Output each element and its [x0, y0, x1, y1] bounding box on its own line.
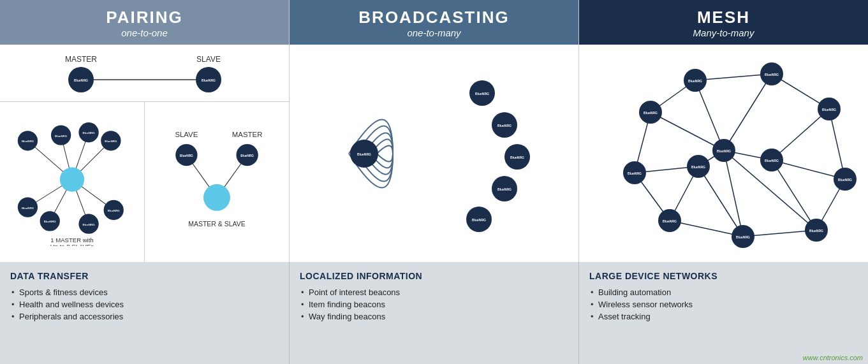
data-transfer-title: DATA TRANSFER — [10, 271, 279, 281]
broadcasting-title: BROADCASTING — [295, 8, 573, 27]
svg-point-42 — [203, 184, 230, 210]
svg-text:BlueNRG: BlueNRG — [22, 140, 34, 143]
localized-info-panel: LOCALIZED INFORMATION Point of interest … — [290, 262, 579, 364]
list-item: Item finding beacons — [300, 298, 568, 310]
svg-text:SLAVE: SLAVE — [196, 55, 221, 64]
mesh-diagram-area: BlueNRG BlueNRG BlueNRG BlueNRG BlueNRG … — [579, 45, 868, 262]
pairing-header: PAIRING one-to-one — [0, 0, 289, 45]
svg-text:BlueNRG: BlueNRG — [497, 187, 511, 191]
mesh-svg: BlueNRG BlueNRG BlueNRG BlueNRG BlueNRG … — [587, 55, 861, 252]
svg-text:BlueNRG: BlueNRG — [688, 79, 702, 83]
data-transfer-list: Sports & fitness devices Health and well… — [10, 286, 279, 323]
top-row: PAIRING one-to-one BlueNRG — [0, 0, 868, 262]
svg-text:BlueNRG: BlueNRG — [105, 140, 117, 143]
svg-text:BlueNRG: BlueNRG — [240, 154, 254, 157]
svg-text:BlueNRG: BlueNRG — [822, 108, 836, 112]
list-item: Point of interest beacons — [300, 286, 568, 298]
pairing-ms-svg: SLAVE BlueNRG MASTER BlueNRG MASTER & SL… — [166, 119, 268, 246]
svg-text:BlueNRG: BlueNRG — [736, 235, 750, 239]
svg-text:BlueNRG: BlueNRG — [838, 178, 852, 182]
svg-text:MASTER: MASTER — [64, 55, 96, 64]
list-item: Wireless sensor networks — [589, 298, 858, 310]
pairing-bottom-section: BlueNRG BlueNRG BlueNRG BlueNRG BlueNRG — [0, 102, 289, 262]
mesh-subtitle: Many-to-many — [584, 27, 863, 38]
svg-line-70 — [724, 150, 743, 237]
svg-line-73 — [651, 112, 724, 150]
list-item: Asset tracking — [589, 310, 858, 323]
localized-info-title: LOCALIZED INFORMATION — [300, 271, 568, 281]
svg-text:BlueNRG: BlueNRG — [765, 73, 779, 76]
svg-text:Up to 8 SLAVEs: Up to 8 SLAVEs — [50, 243, 94, 246]
svg-text:BlueNRG: BlueNRG — [809, 229, 823, 233]
svg-text:BlueNRG: BlueNRG — [108, 209, 121, 212]
svg-text:BlueNRG: BlueNRG — [202, 78, 216, 82]
svg-text:BlueNRG: BlueNRG — [663, 219, 677, 223]
svg-text:BlueNRG: BlueNRG — [475, 92, 489, 96]
pairing-diagram-area: BlueNRG BlueNRG MASTER SLAVE — [0, 45, 289, 262]
bottom-row: DATA TRANSFER Sports & fitness devices H… — [0, 262, 868, 364]
pairing-top-section: BlueNRG BlueNRG MASTER SLAVE — [0, 45, 289, 102]
svg-line-77 — [698, 166, 743, 237]
broadcasting-subtitle: one-to-many — [295, 27, 573, 38]
svg-text:BlueNRG: BlueNRG — [44, 220, 57, 223]
svg-text:BlueNRG: BlueNRG — [644, 111, 658, 115]
mesh-panel: MESH Many-to-many — [579, 0, 868, 262]
svg-line-66 — [724, 74, 772, 150]
pairing-title: PAIRING — [5, 8, 284, 27]
list-item: Sports & fitness devices — [10, 286, 279, 298]
svg-text:BlueNRG: BlueNRG — [497, 124, 511, 127]
svg-text:SLAVE: SLAVE — [175, 130, 198, 138]
mesh-header: MESH Many-to-many — [579, 0, 868, 45]
broadcasting-diagram-area: BlueNRG BlueNRG BlueNRG BlueNRG BlueNRG — [290, 45, 578, 262]
svg-text:BlueNRG: BlueNRG — [510, 156, 524, 159]
svg-text:BlueNRG: BlueNRG — [472, 218, 486, 222]
svg-text:BlueNRG: BlueNRG — [691, 165, 705, 169]
broadcasting-svg: BlueNRG BlueNRG BlueNRG BlueNRG BlueNRG — [300, 55, 568, 252]
pairing-star-section: BlueNRG BlueNRG BlueNRG BlueNRG BlueNRG — [0, 102, 145, 262]
pairing-master-slave-section: SLAVE BlueNRG MASTER BlueNRG MASTER & SL… — [145, 102, 289, 262]
svg-point-31 — [60, 167, 84, 191]
data-transfer-panel: DATA TRANSFER Sports & fitness devices H… — [0, 262, 290, 364]
large-device-panel: LARGE DEVICE NETWORKS Building automatio… — [579, 262, 868, 364]
svg-line-56 — [695, 74, 772, 80]
svg-text:BlueNRG: BlueNRG — [765, 159, 779, 163]
large-device-title: LARGE DEVICE NETWORKS — [589, 271, 858, 281]
pairing-top-svg: BlueNRG BlueNRG MASTER SLAVE — [24, 48, 266, 99]
svg-text:BlueNRG: BlueNRG — [717, 149, 731, 153]
mesh-title: MESH — [584, 8, 863, 27]
svg-text:BlueNRG: BlueNRG — [628, 171, 642, 175]
svg-text:BlueNRG: BlueNRG — [22, 206, 34, 209]
svg-text:BlueNRG: BlueNRG — [83, 222, 96, 226]
svg-line-67 — [772, 109, 829, 160]
svg-text:MASTER: MASTER — [232, 130, 263, 138]
broadcasting-header: BROADCASTING one-to-many — [290, 0, 578, 45]
svg-text:BlueNRG: BlueNRG — [55, 134, 68, 137]
large-device-list: Building automation Wireless sensor netw… — [589, 286, 858, 323]
svg-text:MASTER & SLAVE: MASTER & SLAVE — [188, 220, 245, 227]
list-item: Peripherals and accessories — [10, 310, 279, 323]
list-item: Way finding beacons — [300, 310, 568, 323]
list-item: Building automation — [589, 286, 858, 298]
pairing-panel: PAIRING one-to-one BlueNRG — [0, 0, 290, 262]
pairing-star-svg: BlueNRG BlueNRG BlueNRG BlueNRG BlueNRG — [8, 119, 136, 246]
localized-info-list: Point of interest beacons Item finding b… — [300, 286, 568, 323]
svg-line-76 — [772, 160, 816, 230]
svg-text:BlueNRG: BlueNRG — [180, 154, 193, 157]
svg-text:BlueNRG: BlueNRG — [83, 131, 96, 135]
pairing-subtitle: one-to-one — [5, 27, 284, 38]
broadcasting-panel: BROADCASTING one-to-many BlueNRG — [290, 0, 579, 262]
svg-text:BlueNRG: BlueNRG — [74, 78, 88, 82]
svg-text:BlueNRG: BlueNRG — [357, 152, 371, 156]
svg-text:1 MASTER with: 1 MASTER with — [50, 236, 93, 243]
list-item: Health and wellness devices — [10, 298, 279, 310]
watermark: www.cntronics.com — [803, 354, 863, 361]
main-container: PAIRING one-to-one BlueNRG — [0, 0, 868, 364]
